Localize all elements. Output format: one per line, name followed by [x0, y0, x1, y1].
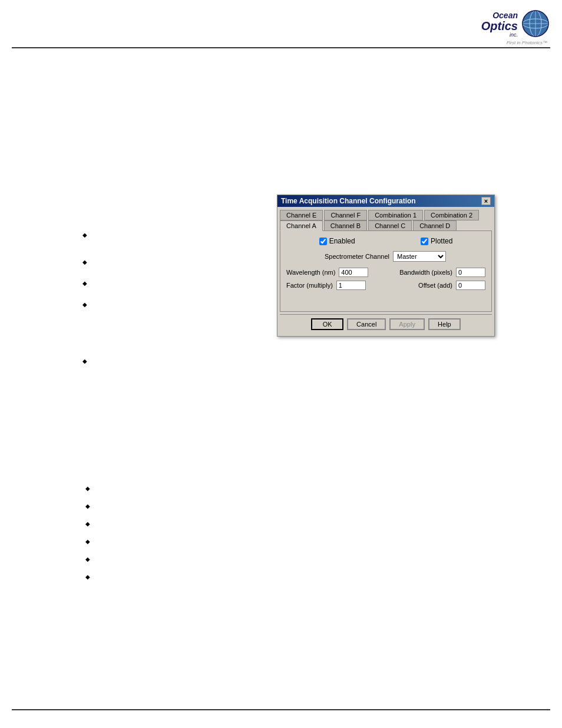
factor-label: Factor (multiply): [286, 282, 333, 289]
spacer: [286, 294, 485, 305]
spectrometer-channel-select[interactable]: Master: [393, 251, 446, 262]
dialog-title: Time Acquisition Channel Configuration: [281, 197, 416, 205]
logo-area: Ocean Optics inc. First in Photonics™: [456, 6, 550, 41]
list-item: ◆: [85, 483, 256, 493]
bullets-section-2: ◆ ◆ ◆ ◆ ◆ ◆: [85, 483, 256, 589]
list-item: ◆: [82, 356, 253, 365]
help-button[interactable]: Help: [428, 318, 461, 330]
close-button[interactable]: ×: [481, 197, 491, 205]
logo-text: Ocean Optics inc.: [481, 11, 518, 38]
list-item: ◆: [85, 501, 256, 510]
bullet-icon: ◆: [82, 231, 87, 239]
spectrometer-channel-row: Spectrometer Channel Master: [286, 251, 485, 262]
list-item: ◆: [82, 257, 253, 266]
bullet-icon: ◆: [85, 573, 90, 581]
tab-channel-e[interactable]: Channel E: [280, 210, 323, 220]
tagline: First in Photonics™: [507, 40, 547, 45]
bandwidth-input[interactable]: [456, 268, 485, 277]
wavelength-label: Wavelength (nm): [286, 269, 335, 276]
spectrometer-channel-label: Spectrometer Channel: [325, 253, 389, 260]
bullet-icon: ◆: [82, 301, 87, 309]
checkbox-row: Enabled Plotted: [286, 237, 485, 245]
tabs-row-1: Channel E Channel F Combination 1 Combin…: [277, 207, 494, 220]
dialog-buttons: OK Cancel Apply Help: [280, 314, 492, 334]
wavelength-bandwidth-row: Wavelength (nm) Bandwidth (pixels): [286, 268, 485, 277]
offset-input[interactable]: [456, 281, 485, 290]
bullet-icon: ◆: [82, 258, 87, 266]
wavelength-input[interactable]: [339, 268, 368, 277]
list-item: ◆: [85, 536, 256, 546]
cancel-button[interactable]: Cancel: [347, 318, 386, 330]
bandwidth-group: Bandwidth (pixels): [399, 268, 485, 277]
bullet-icon: ◆: [85, 520, 90, 528]
list-item: ◆: [82, 299, 253, 309]
list-item: ◆: [82, 278, 253, 288]
header-divider: [12, 47, 550, 48]
header: Ocean Optics inc. First in Photonics™: [0, 0, 562, 53]
footer-divider: [12, 709, 550, 710]
offset-label: Offset (add): [418, 282, 452, 289]
globe-icon: [521, 9, 550, 38]
time-acquisition-dialog: Time Acquisition Channel Configuration ×…: [277, 195, 495, 337]
bandwidth-label: Bandwidth (pixels): [399, 269, 452, 276]
bullets-section-1: ◆ ◆ ◆ ◆ ◆: [82, 230, 253, 374]
enabled-label: Enabled: [329, 237, 355, 245]
enabled-checkbox-group: Enabled: [319, 237, 355, 245]
enabled-checkbox[interactable]: [319, 238, 327, 245]
bullet-icon: ◆: [82, 279, 87, 288]
tab-channel-f[interactable]: Channel F: [324, 210, 367, 220]
bullet-icon: ◆: [85, 538, 90, 546]
plotted-checkbox[interactable]: [421, 238, 428, 245]
bullet-icon: ◆: [85, 555, 90, 564]
plotted-checkbox-group: Plotted: [421, 237, 452, 245]
factor-group: Factor (multiply): [286, 281, 366, 290]
tabs-row-2: Channel A Channel B Channel C Channel D: [277, 220, 494, 230]
dialog-content: Enabled Plotted Spectrometer Channel Mas…: [280, 230, 492, 312]
list-item: ◆: [85, 519, 256, 528]
apply-button[interactable]: Apply: [389, 318, 425, 330]
tab-channel-a[interactable]: Channel A: [280, 220, 323, 231]
bullet-icon: ◆: [85, 485, 90, 493]
dialog-titlebar: Time Acquisition Channel Configuration ×: [277, 195, 494, 207]
ok-button[interactable]: OK: [311, 318, 343, 330]
wavelength-group: Wavelength (nm): [286, 268, 368, 277]
list-item: ◆: [85, 572, 256, 581]
list-item: ◆: [85, 554, 256, 564]
factor-input[interactable]: [336, 281, 366, 290]
plotted-label: Plotted: [431, 237, 452, 245]
offset-group: Offset (add): [418, 281, 485, 290]
tab-channel-d[interactable]: Channel D: [413, 220, 457, 231]
tab-channel-c[interactable]: Channel C: [368, 220, 412, 231]
tab-combination-2[interactable]: Combination 2: [424, 210, 479, 220]
tab-channel-b[interactable]: Channel B: [324, 220, 367, 231]
tab-combination-1[interactable]: Combination 1: [368, 210, 423, 220]
bullet-icon: ◆: [85, 502, 90, 510]
list-item: ◆: [82, 230, 253, 239]
factor-offset-row: Factor (multiply) Offset (add): [286, 281, 485, 290]
bullet-icon: ◆: [82, 357, 87, 365]
